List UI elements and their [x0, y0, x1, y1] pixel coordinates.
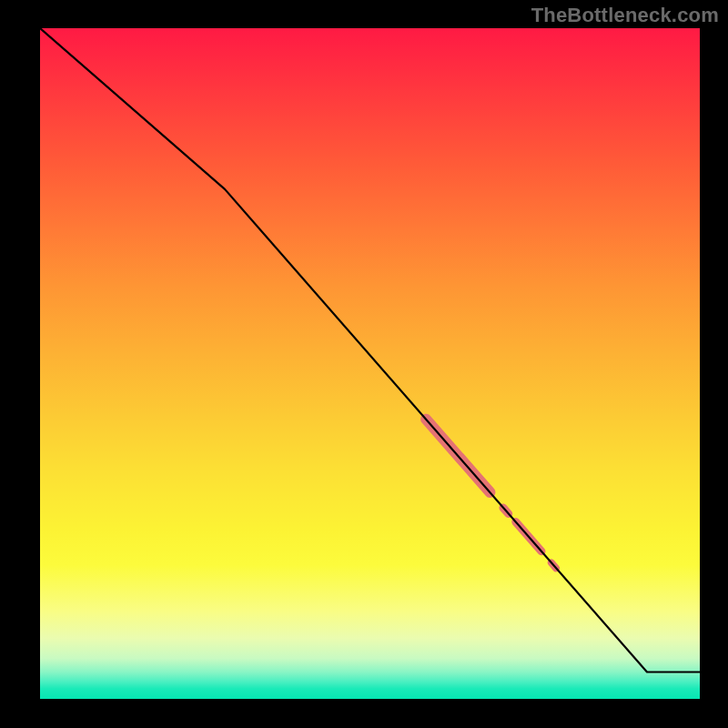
main-line	[40, 28, 700, 672]
chart-svg	[40, 28, 700, 699]
chart-container: TheBottleneck.com	[0, 0, 728, 728]
plot-area	[40, 28, 700, 699]
watermark-text: TheBottleneck.com	[531, 4, 719, 27]
